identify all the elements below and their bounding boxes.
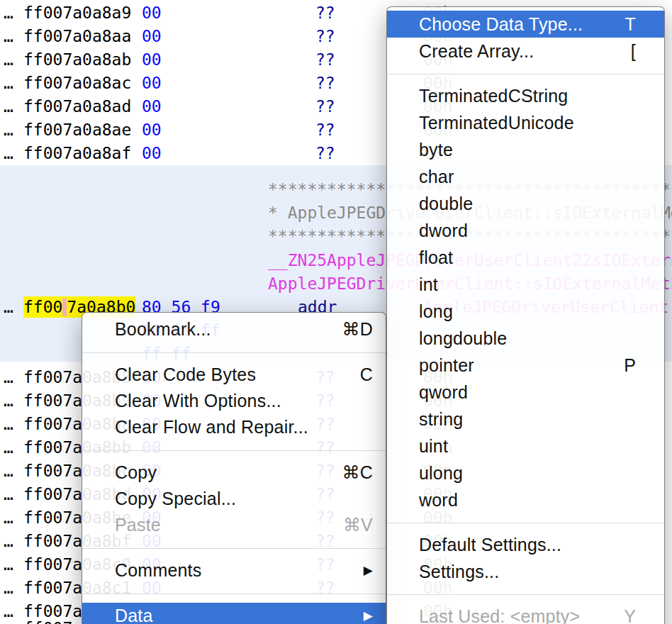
menu-item-label: TerminatedCString: [419, 86, 636, 106]
address-cell: ff007a0a8ab: [23, 49, 131, 70]
menu-item-label: int: [419, 274, 636, 295]
menu-item-label: Bookmark...: [115, 319, 331, 340]
menu-item-label: ulong: [419, 463, 636, 484]
menu-item-label: Comments: [115, 560, 355, 581]
address-prefix: …: [4, 26, 13, 47]
address-prefix: …: [4, 119, 13, 140]
address-cell: ff007a0a8a9: [23, 2, 131, 23]
text-cursor: [62, 299, 67, 316]
menu-item-shortcut: [: [631, 41, 636, 62]
mnemonic-cell: ??: [315, 143, 335, 164]
address-cell: ff007a0a8af: [23, 143, 131, 164]
menu-item-label: qword: [419, 382, 636, 403]
menu-item-byte[interactable]: byte: [387, 136, 664, 163]
menu-item-clear-flow-and-repair[interactable]: Clear Flow and Repair...: [82, 414, 386, 440]
menu-item-settings[interactable]: Settings...: [387, 558, 664, 585]
menu-item-paste: Paste⌘V: [82, 512, 386, 538]
menu-item-label: longdouble: [419, 328, 636, 349]
menu-item-dword[interactable]: dword: [387, 217, 664, 244]
menu-item-int[interactable]: int: [387, 271, 664, 298]
menu-separator: [82, 584, 386, 603]
menu-item-label: Clear Code Bytes: [115, 364, 349, 385]
address-prefix: …: [4, 437, 13, 458]
menu-separator: [387, 513, 664, 531]
address-prefix: …: [4, 143, 13, 164]
menu-item-copy[interactable]: Copy⌘C: [82, 459, 386, 486]
menu-item-shortcut: ⌘D: [342, 319, 373, 340]
menu-item-float[interactable]: float: [387, 244, 664, 271]
mnemonic-cell: ??: [315, 2, 335, 23]
data-type-submenu: Choose Data Type...TCreate Array...[Term…: [386, 6, 665, 624]
menu-separator: [82, 342, 386, 362]
menu-item-char[interactable]: char: [387, 163, 664, 190]
menu-item-label: Default Settings...: [419, 535, 636, 555]
menu-item-terminatedunicode[interactable]: TerminatedUnicode: [387, 109, 664, 136]
submenu-arrow-icon: ▶: [364, 608, 373, 623]
menu-item-longdouble[interactable]: longdouble: [387, 325, 664, 352]
bytes-cell: 00: [142, 72, 162, 94]
address-prefix: …: [4, 507, 13, 528]
menu-item-default-settings[interactable]: Default Settings...: [387, 531, 664, 558]
address-cell: ff007a0a8ac: [23, 72, 131, 94]
bytes-cell: 00: [142, 26, 162, 47]
disassembler-window: …ff007a0a8a900??00h…ff007a0a8aa00??00h…f…: [0, 0, 672, 624]
address-prefix: …: [4, 49, 13, 70]
menu-item-data[interactable]: Data▶: [82, 603, 386, 624]
menu-item-label: string: [419, 409, 636, 430]
mnemonic-cell: ??: [315, 119, 335, 140]
address-prefix: …: [4, 296, 13, 318]
bytes-cell: 00: [142, 2, 162, 23]
menu-item-last-used-empty: Last Used: <empty>Y: [387, 603, 664, 624]
address-prefix: …: [4, 367, 13, 388]
menu-item-clear-code-bytes[interactable]: Clear Code BytesC: [82, 362, 386, 388]
menu-item-bookmark[interactable]: Bookmark...⌘D: [82, 316, 386, 342]
menu-item-pointer[interactable]: pointerP: [387, 352, 664, 379]
menu-item-label: dword: [419, 221, 636, 241]
menu-item-label: float: [419, 247, 636, 268]
menu-item-comments[interactable]: Comments▶: [82, 557, 386, 584]
menu-item-label: Data: [115, 606, 355, 624]
menu-item-ulong[interactable]: ulong: [387, 459, 664, 486]
bytes-cell: 00: [142, 49, 162, 70]
context-menu: Bookmark...⌘DClear Code BytesCClear With…: [82, 312, 386, 624]
address-prefix: …: [4, 484, 13, 505]
menu-item-label: Copy: [115, 462, 331, 483]
menu-item-clear-with-options[interactable]: Clear With Options...: [82, 388, 386, 414]
address-prefix: …: [4, 577, 13, 598]
menu-item-shortcut: C: [360, 364, 373, 385]
menu-item-uint[interactable]: uint: [387, 433, 664, 459]
menu-item-label: word: [419, 490, 636, 511]
menu-item-label: TerminatedUnicode: [419, 113, 636, 133]
menu-item-label: Clear Flow and Repair...: [115, 417, 373, 438]
menu-item-label: Clear With Options...: [115, 391, 373, 411]
bytes-cell: 00: [142, 119, 162, 140]
menu-item-label: double: [419, 194, 636, 214]
address-prefix: …: [4, 2, 13, 23]
menu-item-label: Paste: [115, 515, 332, 535]
menu-item-word[interactable]: word: [387, 486, 664, 513]
menu-item-label: Last Used: <empty>: [419, 606, 612, 624]
mnemonic-cell: ??: [315, 96, 335, 117]
menu-item-terminatedcstring[interactable]: TerminatedCString: [387, 82, 664, 109]
bytes-cell: 00: [142, 143, 162, 164]
menu-item-string[interactable]: string: [387, 406, 664, 433]
address-prefix: …: [4, 96, 13, 117]
menu-item-label: pointer: [419, 355, 612, 376]
mnemonic-cell: ??: [315, 72, 335, 94]
menu-item-label: Choose Data Type...: [419, 14, 614, 35]
menu-item-long[interactable]: long: [387, 298, 664, 325]
menu-item-label: Create Array...: [419, 41, 620, 62]
address-prefix: …: [4, 413, 13, 435]
menu-item-choose-data-type[interactable]: Choose Data Type...T: [387, 11, 664, 38]
address-prefix: …: [4, 554, 13, 575]
menu-separator: [82, 538, 386, 557]
menu-item-create-array[interactable]: Create Array...[: [387, 38, 664, 65]
menu-item-qword[interactable]: qword: [387, 379, 664, 406]
menu-item-shortcut: ⌘V: [343, 515, 373, 535]
menu-item-double[interactable]: double: [387, 190, 664, 217]
address-prefix: …: [4, 618, 13, 624]
address-cell: ff007a0a8ae: [23, 119, 131, 140]
menu-item-shortcut: P: [624, 355, 636, 376]
menu-item-shortcut: T: [625, 14, 636, 35]
menu-item-copy-special[interactable]: Copy Special...: [82, 486, 386, 512]
